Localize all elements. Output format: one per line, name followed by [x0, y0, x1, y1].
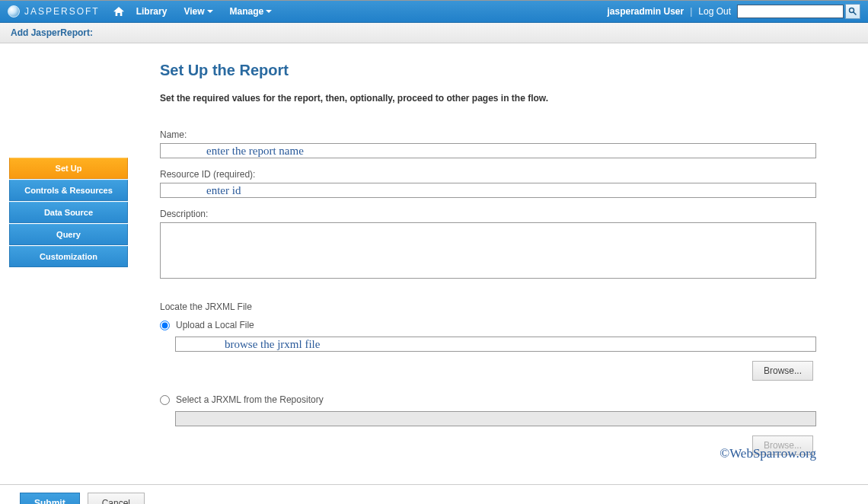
- svg-point-0: [850, 8, 854, 13]
- nav-view[interactable]: View: [183, 6, 212, 17]
- user-area: jasperadmin User | Log Out: [607, 4, 860, 19]
- resource-id-label: Resource ID (required):: [160, 169, 816, 180]
- logout-link[interactable]: Log Out: [698, 6, 731, 17]
- sidebar-item-label: Set Up: [56, 164, 82, 173]
- content: Set Up Controls & Resources Data Source …: [0, 43, 868, 485]
- sidebar-item-label: Controls & Resources: [24, 186, 113, 195]
- name-label: Name:: [160, 129, 816, 140]
- cancel-button[interactable]: Cancel: [88, 493, 145, 504]
- sidebar-item-setup[interactable]: Set Up: [9, 158, 128, 179]
- brand-text: JASPERSOFT: [24, 6, 100, 17]
- sidebar-item-query[interactable]: Query: [9, 224, 128, 245]
- search-icon: [848, 7, 857, 16]
- upload-radio-row: Upload a Local File: [160, 320, 816, 330]
- upload-radio[interactable]: [160, 321, 170, 330]
- breadcrumb: Add JasperReport:: [0, 23, 868, 43]
- chevron-down-icon: [207, 10, 213, 13]
- description-textarea[interactable]: [160, 222, 816, 279]
- repo-path-input: [175, 411, 816, 426]
- locate-label: Locate the JRXML File: [160, 301, 816, 312]
- upload-radio-label: Upload a Local File: [176, 320, 254, 330]
- upload-path-input[interactable]: [175, 337, 816, 352]
- page-subtitle: Set the required values for the report, …: [160, 93, 816, 104]
- sidebar-item-label: Customization: [40, 252, 97, 261]
- watermark: ©WebSparrow.org: [720, 446, 816, 461]
- repo-browse-row: Browse...: [160, 435, 816, 455]
- repo-radio-label: Select a JRXML from the Repository: [176, 394, 324, 405]
- resource-id-input[interactable]: [160, 183, 816, 198]
- repo-radio-row: Select a JRXML from the Repository: [160, 394, 816, 405]
- main-panel: Set Up the Report Set the required value…: [137, 43, 868, 484]
- search-button[interactable]: [845, 4, 860, 19]
- repo-radio[interactable]: [160, 395, 170, 405]
- sidebar-item-customization[interactable]: Customization: [9, 246, 128, 267]
- search-wrap: [737, 4, 860, 19]
- sidebar-item-label: Query: [56, 230, 81, 239]
- page-title: Set Up the Report: [160, 62, 816, 79]
- main-nav: Library View Manage: [136, 6, 273, 17]
- nav-library-label: Library: [136, 6, 168, 17]
- svg-line-1: [854, 12, 857, 15]
- nav-library[interactable]: Library: [136, 6, 168, 17]
- submit-button[interactable]: Submit: [20, 493, 80, 504]
- brand-logo: JASPERSOFT: [8, 5, 100, 18]
- nav-manage[interactable]: Manage: [230, 6, 273, 17]
- sidebar-item-controls[interactable]: Controls & Resources: [9, 180, 128, 201]
- nav-view-label: View: [183, 6, 204, 17]
- home-icon[interactable]: [113, 7, 124, 16]
- upload-browse-button[interactable]: Browse...: [752, 361, 813, 381]
- upload-browse-row: Browse...: [160, 361, 816, 381]
- top-bar: JASPERSOFT Library View Manage jasperadm…: [0, 0, 868, 23]
- sidebar-item-label: Data Source: [44, 208, 93, 217]
- name-input[interactable]: [160, 143, 816, 158]
- action-bar: Submit Cancel: [0, 485, 868, 504]
- logo-icon: [8, 5, 20, 18]
- user-label: jasperadmin User: [607, 6, 684, 17]
- sidebar-item-datasource[interactable]: Data Source: [9, 202, 128, 223]
- wizard-sidebar: Set Up Controls & Resources Data Source …: [0, 43, 137, 484]
- search-input[interactable]: [737, 5, 844, 18]
- chevron-down-icon: [266, 10, 272, 13]
- divider: |: [690, 6, 692, 17]
- description-label: Description:: [160, 209, 816, 219]
- nav-manage-label: Manage: [230, 6, 264, 17]
